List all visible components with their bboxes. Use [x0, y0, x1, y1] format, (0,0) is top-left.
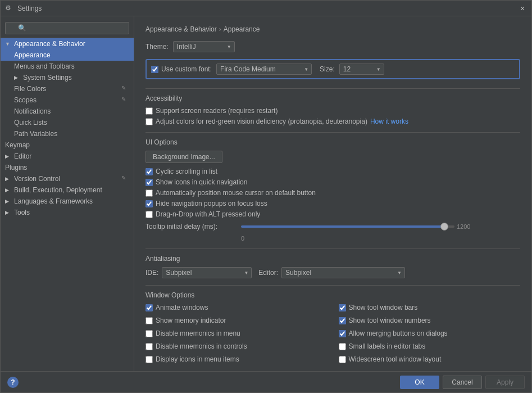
auto-position-checkbox[interactable] [145, 189, 153, 197]
sidebar-item-label: Version Control [14, 175, 60, 183]
show-tool-bars-label[interactable]: Show tool window bars [339, 304, 418, 311]
display-icons-checkbox[interactable] [145, 356, 153, 363]
help-button[interactable]: ? [7, 377, 19, 388]
sidebar-item-system-settings[interactable]: ▶ System Settings [1, 72, 134, 83]
ui-options-title: UI Options [145, 138, 520, 146]
screen-readers-checkbox[interactable] [145, 107, 153, 115]
sidebar-item-tools[interactable]: ▶ Tools [1, 207, 134, 218]
sidebar-item-notifications[interactable]: Notifications [1, 106, 134, 117]
color-adjust-row: Adjust colors for red-green vision defic… [145, 118, 520, 125]
sidebar-item-plugins[interactable]: Plugins [1, 162, 134, 173]
close-button[interactable]: × [518, 4, 527, 13]
disable-mnemonics-menu-row: Disable mnemonics in menu [145, 329, 328, 337]
app-icon: ⚙ [5, 4, 14, 13]
ide-antialiasing-select[interactable]: Subpixel Greyscale No antialiasing [162, 267, 252, 278]
settings-window: ⚙ Settings × 🔍 ▼ Appearance & Behavior A… [0, 0, 532, 393]
tooltip-slider[interactable] [241, 225, 454, 228]
sidebar-item-languages-frameworks[interactable]: ▶ Languages & Frameworks [1, 196, 134, 207]
small-labels-checkbox[interactable] [339, 343, 346, 350]
sidebar-item-label: Languages & Frameworks [14, 197, 93, 205]
antialiasing-section: Antialiasing IDE: Subpixel Greyscale No … [145, 249, 520, 278]
hide-navigation-label[interactable]: Hide navigation popups on focus loss [145, 200, 267, 207]
sidebar-item-label: Build, Execution, Deployment [14, 186, 102, 194]
breadcrumb-separator: › [219, 25, 221, 33]
antialiasing-ide-group: IDE: Subpixel Greyscale No antialiasing … [145, 267, 252, 278]
show-tool-numbers-label[interactable]: Show tool window numbers [339, 317, 431, 324]
search-input[interactable] [5, 22, 129, 34]
cancel-button[interactable]: Cancel [443, 376, 482, 389]
small-labels-label[interactable]: Small labels in editor tabs [339, 342, 426, 350]
show-memory-checkbox[interactable] [145, 317, 153, 324]
drag-drop-checkbox[interactable] [145, 211, 153, 218]
sidebar-item-file-colors[interactable]: File Colors ✎ [1, 83, 134, 94]
animate-windows-label[interactable]: Animate windows [145, 304, 208, 311]
slider-range-labels: 0 [145, 235, 520, 242]
sidebar-item-label: Plugins [5, 164, 27, 171]
auto-position-text: Automatically position mouse cursor on d… [156, 189, 316, 197]
size-select-wrapper: 10 11 12 13 14 16 18 ▼ [339, 64, 384, 75]
window-options-grid: Animate windows Show tool window bars Sh… [145, 304, 520, 366]
sidebar-item-appearance-behavior[interactable]: ▼ Appearance & Behavior [1, 38, 134, 49]
show-icons-text: Show icons in quick navigation [156, 178, 247, 186]
show-memory-row: Show memory indicator [145, 317, 328, 324]
how-it-works-link[interactable]: How it works [370, 118, 408, 125]
sidebar-item-build-execution[interactable]: ▶ Build, Execution, Deployment [1, 184, 134, 196]
color-adjust-checkbox[interactable] [145, 118, 153, 125]
show-memory-label[interactable]: Show memory indicator [145, 317, 226, 324]
allow-merging-checkbox[interactable] [339, 330, 346, 337]
show-icons-checkbox[interactable] [145, 179, 153, 186]
antialiasing-editor-group: Editor: Subpixel Greyscale No antialiasi… [258, 267, 405, 278]
sidebar-item-path-variables[interactable]: Path Variables [1, 128, 134, 139]
sidebar-item-menus-toolbars[interactable]: Menus and Toolbars [1, 61, 134, 72]
accessibility-section: Accessibility Support screen readers (re… [145, 88, 520, 125]
disable-mnemonics-controls-text: Disable mnemonics in controls [156, 342, 247, 350]
sidebar-item-quick-lists[interactable]: Quick Lists [1, 117, 134, 128]
expand-arrow-icon: ▶ [5, 153, 12, 159]
display-icons-text: Display icons in menu items [156, 355, 239, 363]
ok-button[interactable]: OK [400, 376, 439, 389]
show-tool-numbers-checkbox[interactable] [339, 317, 346, 324]
bottom-right: OK Cancel Apply [400, 376, 525, 389]
editor-antialiasing-label: Editor: [258, 269, 278, 277]
sidebar-item-keymap[interactable]: Keymap [1, 139, 134, 151]
sidebar-item-editor[interactable]: ▶ Editor [1, 151, 134, 162]
allow-merging-label[interactable]: Allow merging buttons on dialogs [339, 329, 448, 337]
disable-mnemonics-menu-checkbox[interactable] [145, 330, 153, 337]
custom-font-checkbox-label[interactable]: Use custom font: [151, 65, 212, 73]
show-tool-bars-checkbox[interactable] [339, 304, 346, 311]
color-adjust-checkbox-label[interactable]: Adjust colors for red-green vision defic… [145, 118, 367, 125]
hide-navigation-checkbox[interactable] [145, 200, 153, 207]
editor-antialiasing-select[interactable]: Subpixel Greyscale No antialiasing [281, 267, 405, 278]
search-bar: 🔍 [1, 19, 134, 38]
custom-font-checkbox[interactable] [151, 66, 158, 73]
window-options-title: Window Options [145, 291, 520, 299]
cyclic-scrolling-label[interactable]: Cyclic scrolling in list [145, 168, 217, 175]
sidebar-item-version-control[interactable]: ▶ Version Control ✎ [1, 173, 134, 184]
ide-antialiasing-select-wrapper: Subpixel Greyscale No antialiasing ▼ [162, 267, 252, 278]
custom-font-label: Use custom font: [161, 65, 212, 73]
disable-mnemonics-controls-label[interactable]: Disable mnemonics in controls [145, 342, 247, 350]
animate-windows-checkbox[interactable] [145, 304, 153, 311]
widescreen-checkbox[interactable] [339, 356, 346, 363]
slider-range-row: 1200 [241, 223, 470, 230]
display-icons-label[interactable]: Display icons in menu items [145, 355, 239, 363]
screen-readers-checkbox-label[interactable]: Support screen readers (requires restart… [145, 107, 278, 115]
apply-button[interactable]: Apply [485, 376, 525, 389]
sidebar-group-appearance-behavior: ▼ Appearance & Behavior Appearance Menus… [1, 38, 134, 139]
font-select[interactable]: Fira Code Medium Arial Consolas JetBrain… [216, 64, 312, 75]
sidebar-item-appearance[interactable]: Appearance [1, 49, 134, 61]
expand-arrow-icon: ▶ [5, 187, 12, 193]
show-icons-label[interactable]: Show icons in quick navigation [145, 178, 247, 186]
auto-position-label[interactable]: Automatically position mouse cursor on d… [145, 189, 316, 197]
disable-mnemonics-menu-label[interactable]: Disable mnemonics in menu [145, 329, 240, 337]
disable-mnemonics-controls-checkbox[interactable] [145, 343, 153, 350]
background-image-button[interactable]: Background Image... [145, 151, 222, 163]
size-select[interactable]: 10 11 12 13 14 16 18 [339, 64, 384, 75]
sidebar-item-scopes[interactable]: Scopes ✎ [1, 94, 134, 106]
theme-select[interactable]: IntelliJ Darcula High Contrast [173, 41, 235, 52]
bottom-bar: ? OK Cancel Apply [1, 371, 531, 392]
drag-drop-label[interactable]: Drag-n-Drop with ALT pressed only [145, 210, 260, 218]
cyclic-scrolling-checkbox[interactable] [145, 168, 153, 175]
widescreen-label[interactable]: Widescreen tool window layout [339, 355, 442, 363]
sidebar-item-label: Notifications [14, 107, 51, 115]
